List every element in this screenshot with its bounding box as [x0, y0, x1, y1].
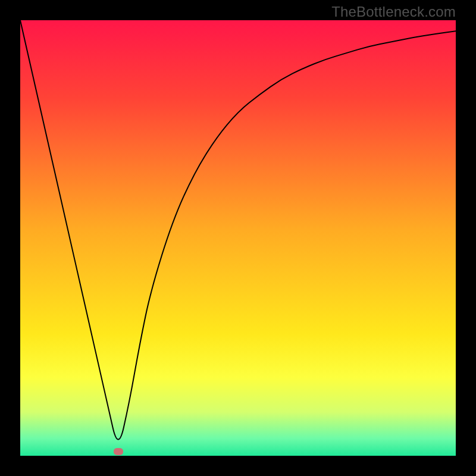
chart-frame: TheBottleneck.com — [0, 0, 476, 476]
watermark-text: TheBottleneck.com — [331, 4, 456, 20]
plot-area — [20, 20, 456, 456]
bottleneck-curve — [20, 20, 456, 456]
min-marker — [114, 448, 123, 455]
